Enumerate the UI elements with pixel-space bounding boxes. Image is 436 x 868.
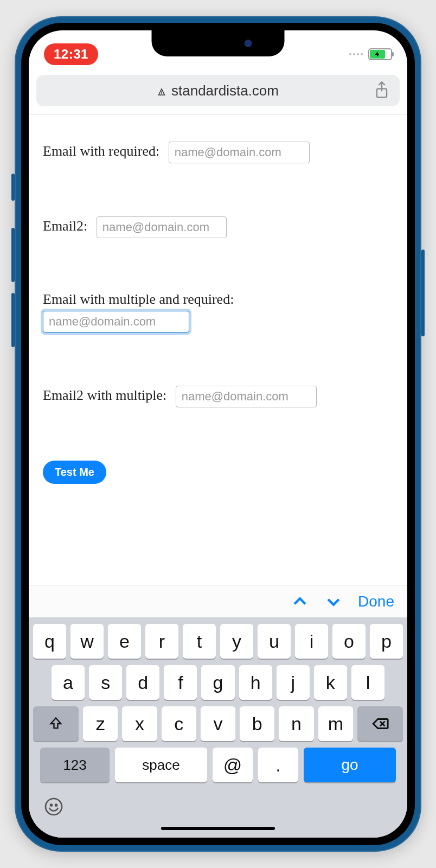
key-i[interactable]: i (295, 624, 328, 659)
key-h[interactable]: h (239, 665, 272, 700)
volume-up-button (11, 228, 15, 282)
key-b[interactable]: b (240, 706, 274, 741)
field-email2: Email2: (43, 216, 393, 238)
field-email-required: Email with required: (43, 142, 393, 163)
backspace-icon (371, 714, 389, 733)
svg-point-1 (46, 799, 62, 815)
shift-icon (48, 716, 63, 731)
key-n[interactable]: n (279, 706, 313, 741)
keyboard-accessory-bar: Done (29, 585, 407, 617)
key-o[interactable]: o (332, 624, 366, 659)
key-e[interactable]: e (108, 624, 141, 659)
input-email2[interactable] (97, 216, 227, 238)
key-v[interactable]: v (201, 706, 235, 741)
not-secure-warning-icon (157, 86, 166, 95)
volume-down-button (11, 293, 15, 347)
phone-frame: 12:31 standardista.com (15, 16, 421, 852)
emoji-icon (44, 797, 63, 816)
url-bar[interactable]: standardista.com (36, 75, 400, 106)
label-email2-multiple: Email2 with multiple: (43, 387, 170, 403)
input-email-multiple-required[interactable] (43, 311, 189, 333)
key-g[interactable]: g (201, 665, 234, 700)
dot-key[interactable]: . (258, 748, 298, 782)
key-k[interactable]: k (314, 665, 347, 700)
key-p[interactable]: p (370, 624, 403, 659)
key-x[interactable]: x (122, 706, 157, 741)
key-f[interactable]: f (164, 665, 197, 700)
emoji-key[interactable] (44, 797, 63, 819)
label-email2: Email2: (43, 218, 91, 234)
page-content: Email with required: Email2: Email with … (29, 114, 407, 585)
share-icon[interactable] (374, 81, 390, 100)
shift-key[interactable] (33, 706, 79, 741)
keyboard: qwertyuiop asdfghjkl zxcvbnm 123 space @… (29, 617, 407, 838)
at-key[interactable]: @ (213, 748, 253, 782)
label-email-multiple-required: Email with multiple and required: (43, 291, 388, 308)
key-w[interactable]: w (70, 624, 104, 659)
space-key[interactable]: space (115, 748, 207, 782)
power-button (421, 250, 425, 336)
key-r[interactable]: r (145, 624, 178, 659)
prev-field-icon[interactable] (291, 592, 309, 611)
field-email-multiple-required: Email with multiple and required: (43, 291, 393, 333)
svg-point-2 (50, 805, 52, 806)
input-email-required[interactable] (169, 142, 310, 163)
key-l[interactable]: l (351, 665, 384, 700)
key-q[interactable]: q (33, 624, 66, 659)
key-s[interactable]: s (89, 665, 122, 700)
key-j[interactable]: j (277, 665, 310, 700)
url-domain: standardista.com (171, 82, 279, 99)
home-indicator[interactable] (161, 827, 275, 830)
key-u[interactable]: u (258, 624, 291, 659)
go-key[interactable]: go (304, 748, 396, 782)
submit-button[interactable]: Test Me (43, 461, 106, 484)
numbers-key[interactable]: 123 (40, 748, 110, 782)
notch (152, 30, 285, 56)
key-d[interactable]: d (126, 665, 159, 700)
next-field-icon[interactable] (324, 592, 343, 611)
battery-icon (368, 48, 392, 60)
key-c[interactable]: c (162, 706, 196, 741)
backspace-key[interactable] (357, 706, 403, 741)
key-y[interactable]: y (220, 624, 253, 659)
cellular-dots-icon (349, 53, 363, 55)
key-z[interactable]: z (83, 706, 118, 741)
svg-point-3 (55, 805, 57, 806)
keyboard-done-button[interactable]: Done (358, 593, 394, 610)
label-email-required: Email with required: (43, 143, 163, 159)
mute-switch (11, 174, 15, 201)
key-m[interactable]: m (318, 706, 353, 741)
field-email2-multiple: Email2 with multiple: (43, 386, 393, 407)
status-time[interactable]: 12:31 (44, 43, 98, 65)
charging-bolt-icon (374, 51, 381, 58)
input-email2-multiple[interactable] (176, 386, 317, 407)
key-a[interactable]: a (52, 665, 85, 700)
key-t[interactable]: t (183, 624, 216, 659)
